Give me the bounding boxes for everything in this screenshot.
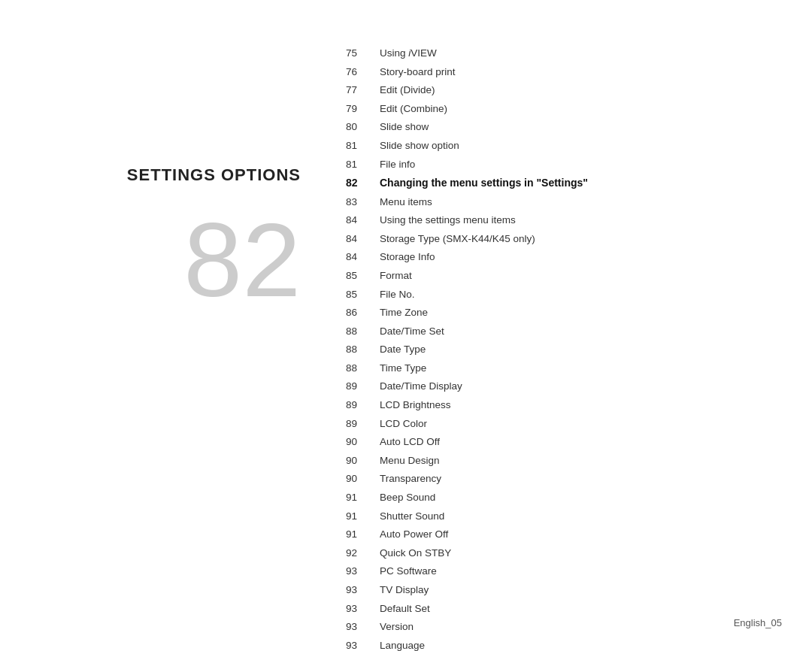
- toc-entry: 86Time Zone: [346, 304, 782, 321]
- toc-entry: 93TV Display: [346, 582, 782, 598]
- toc-entry-text: Auto Power Off: [380, 526, 782, 543]
- toc-page-number: 85: [346, 268, 380, 284]
- toc-page-number: 75: [346, 45, 380, 62]
- toc-page-number: 88: [346, 341, 380, 358]
- toc-entry-text: Auto LCD Off: [380, 434, 782, 450]
- toc-page-number: 89: [346, 397, 380, 413]
- toc-entry: 75Using iVIEW: [346, 45, 782, 62]
- toc-entry-text: Menu Design: [380, 453, 782, 469]
- toc-entry: 88Date Type: [346, 341, 782, 358]
- toc-entry: 89LCD Brightness: [346, 397, 782, 413]
- toc-entry-text: Transparency: [380, 471, 782, 487]
- toc-entry: 80Slide show: [346, 119, 782, 135]
- toc-page-number: 93: [346, 637, 380, 651]
- toc-entry-text: Format: [380, 268, 782, 284]
- toc-entry: 92Quick On STBY: [346, 545, 782, 562]
- toc-page-number: 89: [346, 378, 380, 395]
- toc-page-number: 76: [346, 64, 380, 80]
- toc-entry-text: Time Zone: [380, 304, 782, 321]
- toc-entry-text: Date/Time Set: [380, 323, 782, 340]
- toc-entry-text: Shutter Sound: [380, 508, 782, 525]
- toc-entry-text: Default Set: [380, 601, 782, 617]
- toc-page-number: 77: [346, 82, 380, 98]
- toc-entry-text: Changing the menu settings in "Settings": [380, 174, 782, 191]
- toc-page-number: 81: [346, 138, 380, 154]
- toc-page-number: 88: [346, 323, 380, 340]
- toc-entry: 84Storage Type (SMX-K44/K45 only): [346, 231, 782, 247]
- toc-entry: 82Changing the menu settings in "Setting…: [346, 174, 782, 191]
- toc-page-number: 93: [346, 619, 380, 635]
- toc-entry-text: PC Software: [380, 563, 782, 580]
- toc-entry-text: Quick On STBY: [380, 545, 782, 562]
- toc-entry: 83Menu items: [346, 194, 782, 210]
- toc-entry: 81File info: [346, 156, 782, 173]
- toc-entry-text: Beep Sound: [380, 489, 782, 506]
- toc-entry: 89LCD Color: [346, 416, 782, 432]
- toc-page-number: 93: [346, 582, 380, 598]
- toc-entry-text: Using iVIEW: [380, 45, 782, 62]
- toc-entry-text: Date/Time Display: [380, 378, 782, 395]
- toc-entry-text: Language: [380, 637, 782, 651]
- toc-page-number: 92: [346, 545, 380, 562]
- toc-entry: 85File No.: [346, 286, 782, 303]
- toc-page-number: 84: [346, 231, 380, 247]
- toc-section: 75Using iVIEW76Story-board print77Edit (…: [346, 45, 782, 621]
- toc-entry: 93PC Software: [346, 563, 782, 580]
- toc-entry: 85Format: [346, 268, 782, 284]
- toc-page-number: 90: [346, 471, 380, 487]
- toc-page-number: 82: [346, 174, 380, 191]
- toc-page-number: 93: [346, 601, 380, 617]
- toc-entry: 88Date/Time Set: [346, 323, 782, 340]
- toc-entry: 77Edit (Divide): [346, 82, 782, 98]
- toc-page-number: 89: [346, 416, 380, 432]
- toc-page-number: 81: [346, 156, 380, 173]
- toc-entry-text: Menu items: [380, 194, 782, 210]
- toc-page-number: 85: [346, 286, 380, 303]
- toc-page-number: 91: [346, 526, 380, 543]
- toc-entry: 93Language: [346, 637, 782, 651]
- left-section: SETTINGS OPTIONS 82: [30, 45, 346, 621]
- toc-entry: 90Menu Design: [346, 453, 782, 469]
- toc-page-number: 91: [346, 489, 380, 506]
- toc-page-number: 83: [346, 194, 380, 210]
- toc-entry-text: File info: [380, 156, 782, 173]
- toc-entry-text: LCD Brightness: [380, 397, 782, 413]
- toc-entry-text: File No.: [380, 286, 782, 303]
- footer-text: English_05: [734, 617, 782, 628]
- toc-entry-text: TV Display: [380, 582, 782, 598]
- toc-page-number: 84: [346, 249, 380, 265]
- toc-page-number: 93: [346, 563, 380, 580]
- toc-page-number: 90: [346, 453, 380, 469]
- toc-entry-text: Storage Type (SMX-K44/K45 only): [380, 231, 782, 247]
- toc-entry-text: Storage Info: [380, 249, 782, 265]
- toc-entry: 84Using the settings menu items: [346, 212, 782, 229]
- big-number: 82: [183, 207, 301, 313]
- toc-entry: 76Story-board print: [346, 64, 782, 80]
- toc-entry: 93Default Set: [346, 601, 782, 617]
- toc-page-number: 84: [346, 212, 380, 229]
- toc-entry-text: Edit (Divide): [380, 82, 782, 98]
- toc-entry: 91Beep Sound: [346, 489, 782, 506]
- toc-entry: 89Date/Time Display: [346, 378, 782, 395]
- toc-entry-text: Version: [380, 619, 782, 635]
- toc-page-number: 80: [346, 119, 380, 135]
- toc-entry: 84Storage Info: [346, 249, 782, 265]
- toc-entry-text: LCD Color: [380, 416, 782, 432]
- toc-page-number: 90: [346, 434, 380, 450]
- toc-entry-text: Slide show: [380, 119, 782, 135]
- toc-entry: 81Slide show option: [346, 138, 782, 154]
- toc-page-number: 86: [346, 304, 380, 321]
- toc-page-number: 88: [346, 360, 380, 377]
- toc-entry: 88Time Type: [346, 360, 782, 377]
- toc-entry-text: Using the settings menu items: [380, 212, 782, 229]
- toc-entry-text: Time Type: [380, 360, 782, 377]
- toc-entry: 90Auto LCD Off: [346, 434, 782, 450]
- toc-entry: 91Auto Power Off: [346, 526, 782, 543]
- toc-page-number: 91: [346, 508, 380, 525]
- page-container: SETTINGS OPTIONS 82 75Using iVIEW76Story…: [0, 0, 812, 651]
- toc-entry: 90Transparency: [346, 471, 782, 487]
- toc-entry-text: Slide show option: [380, 138, 782, 154]
- section-title: SETTINGS OPTIONS: [127, 165, 301, 185]
- toc-page-number: 79: [346, 101, 380, 117]
- toc-entry: 91Shutter Sound: [346, 508, 782, 525]
